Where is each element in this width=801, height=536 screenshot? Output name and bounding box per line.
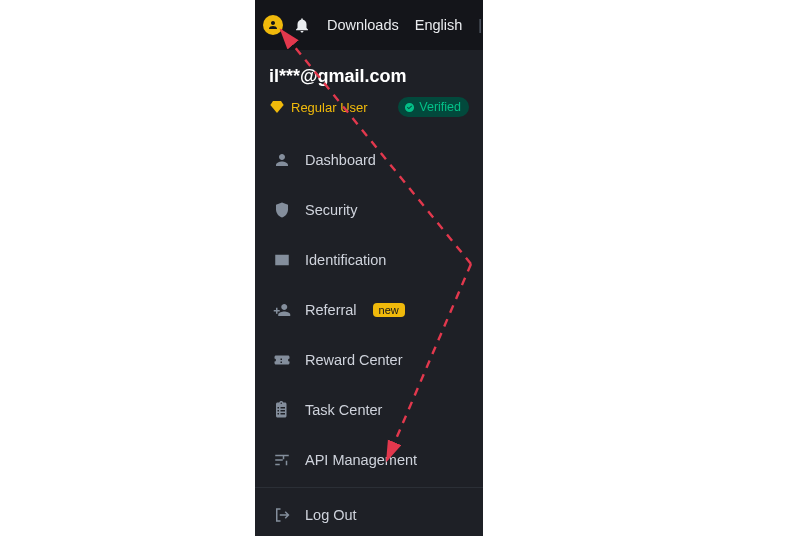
id-card-icon [273,251,291,269]
menu-logout-label: Log Out [305,507,357,523]
menu-identification-label: Identification [305,252,386,268]
menu-referral-label: Referral [305,302,357,318]
menu-referral[interactable]: Referral new [255,285,483,335]
verified-label: Verified [419,100,461,114]
user-tier: Regular User [291,100,368,115]
menu-security[interactable]: Security [255,185,483,235]
account-dropdown: il***@gmail.com Regular User Verified Da… [255,50,483,536]
menu-api-management-label: API Management [305,452,417,468]
diamond-icon [269,99,285,115]
nav-language[interactable]: English [415,17,463,33]
shield-icon [273,201,291,219]
menu-api-management[interactable]: API Management [255,435,483,485]
menu-dashboard[interactable]: Dashboard [255,135,483,185]
sliders-icon [273,451,291,469]
menu-divider [255,487,483,488]
menu-logout[interactable]: Log Out [255,490,483,536]
person-icon [273,151,291,169]
ticket-icon [273,351,291,369]
nav-downloads[interactable]: Downloads [327,17,399,33]
person-plus-icon [273,301,291,319]
menu-dashboard-label: Dashboard [305,152,376,168]
menu-identification[interactable]: Identification [255,235,483,285]
nav-separator: | [478,17,482,33]
menu-security-label: Security [305,202,357,218]
menu-task-center[interactable]: Task Center [255,385,483,435]
menu-task-center-label: Task Center [305,402,382,418]
check-circle-icon [404,102,415,113]
bell-icon[interactable] [293,16,311,34]
user-email: il***@gmail.com [269,66,469,87]
clipboard-icon [273,401,291,419]
logout-icon [273,506,291,524]
top-navbar: Downloads English | USD [255,0,483,50]
menu-reward-center[interactable]: Reward Center [255,335,483,385]
verified-badge: Verified [398,97,469,117]
new-badge: new [373,303,405,317]
profile-icon[interactable] [263,15,283,35]
menu-reward-center-label: Reward Center [305,352,403,368]
